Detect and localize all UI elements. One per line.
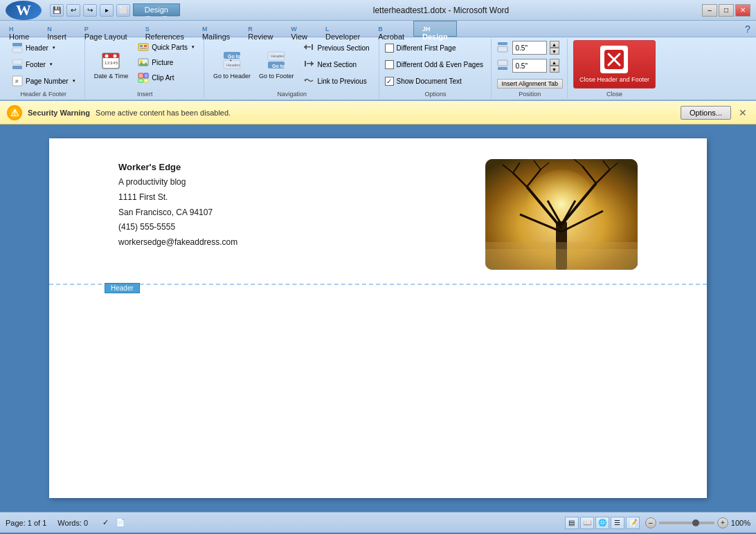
goto-header-button[interactable]: Go toHeader Go to Header — [210, 40, 254, 89]
tab-design[interactable]: JH Design — [413, 21, 457, 37]
picture-icon — [138, 57, 149, 68]
ribbon-help-button[interactable]: ? — [739, 21, 756, 37]
top-margin-spinner[interactable]: 0.5" — [512, 41, 547, 55]
undo-quick-btn[interactable]: ↩ — [66, 4, 80, 17]
save-quick-btn[interactable]: 💾 — [50, 4, 64, 17]
goto-footer-icon: HeaderGo to — [265, 49, 287, 71]
company-logo-image — [485, 159, 638, 270]
next-section-button[interactable]: Next Section — [298, 57, 374, 72]
top-margin-spinner-btns: ▲ ▼ — [550, 41, 559, 55]
tab-developer[interactable]: L Developer — [316, 21, 369, 37]
company-info: Worker's Edge A productivity blog 1111 F… — [118, 159, 237, 250]
close-header-footer-button[interactable]: Close Header and Footer — [573, 40, 656, 89]
tab-pagelayout[interactable]: P Page Layout — [75, 21, 136, 37]
company-address1: 1111 First St. — [118, 190, 237, 205]
next-section-icon — [303, 58, 314, 71]
link-to-prev-button[interactable]: Link to Previous — [298, 73, 374, 89]
svg-rect-18 — [140, 48, 147, 49]
security-warning-bar: ⚠ Security Warning Some active content h… — [0, 101, 756, 125]
top-margin-up[interactable]: ▲ — [550, 41, 559, 48]
tab-review[interactable]: R Review — [239, 21, 282, 37]
group-headerfooter-label: Header & Footer — [3, 90, 84, 98]
security-message: Some active content has been disabled. — [96, 109, 675, 117]
security-close-button[interactable]: ✕ — [737, 107, 749, 119]
prev-section-button[interactable]: Previous Section — [298, 40, 374, 55]
show-doc-text-checkbox[interactable] — [385, 77, 394, 86]
zoom-bar: – + 100% — [645, 517, 750, 528]
svg-rect-40 — [498, 42, 507, 45]
clipart-button[interactable]: Clip Art — [133, 71, 199, 84]
minimize-button[interactable]: – — [702, 4, 717, 17]
svg-rect-15 — [138, 44, 148, 50]
tab-acrobat[interactable]: B Acrobat — [369, 21, 413, 37]
group-close: Close Header and Footer Close — [569, 39, 660, 98]
full-reading-btn[interactable]: 📖 — [580, 517, 594, 529]
bottom-margin-down[interactable]: ▼ — [550, 66, 559, 73]
tab-insert[interactable]: N Insert — [38, 21, 75, 37]
bottom-margin-spinner-btns: ▲ ▼ — [550, 59, 559, 73]
diff-first-page-checkbox[interactable] — [385, 44, 394, 53]
zoom-in-button[interactable]: + — [717, 517, 728, 528]
ribbon: H Home N Insert P Page Layout S Referenc… — [0, 21, 756, 101]
document-page: Worker's Edge A productivity blog 1111 F… — [49, 138, 707, 498]
outline-btn[interactable]: ☰ — [611, 517, 624, 529]
bottom-margin-spinner[interactable]: 0.5" — [512, 59, 547, 73]
show-doc-text-row: Show Document Text — [385, 74, 462, 88]
quickparts-button[interactable]: Quick Parts ▾ — [133, 40, 199, 54]
restore-button[interactable]: □ — [719, 4, 734, 17]
document-body[interactable] — [49, 285, 707, 479]
group-navigation: Go toHeader Go to Header HeaderGo to Go … — [206, 39, 379, 98]
diff-odd-even-checkbox[interactable] — [385, 60, 394, 69]
group-navigation-label: Navigation — [206, 90, 379, 98]
draft-btn[interactable]: 📝 — [626, 517, 640, 529]
bottom-position-row: 0.5" ▲ ▼ — [497, 58, 559, 73]
tab-mailings[interactable]: M Mailings — [193, 21, 239, 37]
datetime-button[interactable]: 12345 Date & Time — [91, 40, 132, 89]
prev-section-icon — [303, 42, 314, 54]
svg-text:Go to: Go to — [228, 54, 240, 59]
security-options-button[interactable]: Options... — [681, 106, 731, 120]
footer-button[interactable]: Footer ▾ — [7, 57, 57, 72]
web-layout-btn[interactable]: 🌐 — [595, 517, 609, 529]
macro-icon[interactable]: 📄 — [114, 517, 127, 529]
window-close-button[interactable]: ✕ — [735, 4, 750, 17]
zoom-out-button[interactable]: – — [645, 517, 656, 528]
link-to-prev-icon — [303, 75, 314, 87]
qa4-btn[interactable]: ▸ — [100, 4, 114, 17]
insert-alignment-button[interactable]: Insert Alignment Tab — [497, 79, 563, 89]
company-address2: San Francisco, CA 94107 — [118, 205, 237, 221]
tab-references[interactable]: S References — [136, 21, 193, 37]
bottom-margin-up[interactable]: ▲ — [550, 59, 559, 66]
word-count: Words: 0 — [57, 519, 88, 527]
picture-button[interactable]: Picture — [133, 55, 199, 69]
footer-position-icon — [497, 59, 510, 72]
svg-rect-21 — [138, 73, 143, 78]
top-margin-down[interactable]: ▼ — [550, 48, 559, 55]
document-area: Worker's Edge A productivity blog 1111 F… — [0, 125, 756, 512]
goto-footer-button[interactable]: HeaderGo to Go to Footer — [255, 40, 298, 89]
document-header: Worker's Edge A productivity blog 1111 F… — [49, 138, 707, 285]
redo-quick-btn[interactable]: ↪ — [83, 4, 97, 17]
tab-home[interactable]: H Home — [0, 21, 38, 37]
qa5-btn[interactable]: ⬜ — [116, 4, 130, 17]
zoom-slider[interactable] — [659, 522, 714, 524]
svg-marker-39 — [304, 79, 306, 82]
quickparts-icon — [138, 42, 149, 53]
header-button[interactable]: Header ▾ — [7, 40, 60, 55]
insert-col: Quick Parts ▾ Picture Clip Art — [133, 40, 199, 93]
top-position-row: 0.5" ▲ ▼ — [497, 40, 559, 55]
footer-icon — [12, 59, 23, 70]
goto-header-icon: Go toHeader — [221, 49, 243, 71]
print-layout-btn[interactable]: ▤ — [565, 517, 579, 529]
group-header-footer: Header ▾ Footer ▾ # Page Number ▾ — [3, 39, 85, 98]
svg-rect-24 — [144, 79, 148, 82]
tab-view[interactable]: W View — [282, 21, 316, 37]
svg-rect-1 — [12, 48, 22, 53]
proofing-check-icon[interactable]: ✓ — [99, 517, 111, 529]
office-button[interactable]: W — [6, 1, 42, 20]
svg-marker-37 — [311, 61, 314, 66]
svg-text:Header: Header — [226, 63, 240, 67]
company-phone: (415) 555-5555 — [118, 220, 237, 235]
page-number-button[interactable]: # Page Number ▾ — [7, 73, 80, 89]
svg-rect-42 — [498, 60, 507, 66]
